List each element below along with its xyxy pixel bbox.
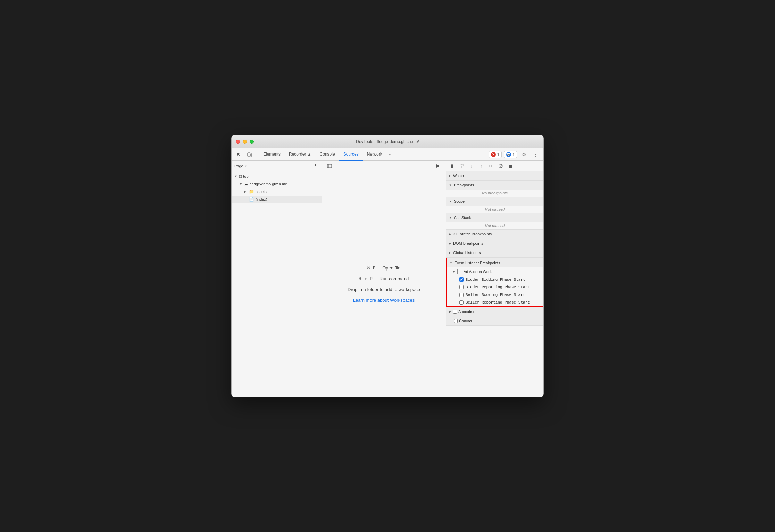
canvas-checkbox[interactable]	[454, 319, 458, 323]
svg-marker-7	[491, 165, 493, 167]
global-listeners-header[interactable]: ▶ Global Listeners	[446, 248, 543, 257]
debug-toolbar: ⏸ ↓ ↑	[446, 161, 543, 171]
pause-on-exception-button[interactable]: ⏹	[506, 161, 515, 171]
global-listeners-label: Global Listeners	[453, 251, 481, 255]
event-listener-label: Event Listener Breakpoints	[455, 261, 500, 265]
more-options-button[interactable]: ⋮	[531, 150, 541, 159]
canvas-header[interactable]: Canvas	[446, 316, 543, 325]
error-badge-button[interactable]: ✕ 1	[489, 151, 502, 158]
ad-auction-expand-icon[interactable]: −	[457, 269, 462, 274]
ad-auction-header[interactable]: ▼ − Ad Auction Worklet	[447, 267, 543, 276]
maximize-button[interactable]	[250, 140, 254, 144]
section-scope: ▼ Scope Not paused	[446, 197, 543, 213]
bidder-bidding-checkbox[interactable]	[459, 277, 464, 282]
tab-navigation: Elements Recorder ▲ Console Sources Netw…	[259, 148, 488, 161]
file-icon: 📄	[249, 197, 254, 202]
section-xhr-breakpoints: ▶ XHR/fetch Breakpoints	[446, 230, 543, 239]
panel-header-actions: ⋮	[312, 163, 319, 169]
dom-arrow: ▶	[449, 242, 451, 245]
devtools-body: Page » ⋮ ▼ □ top ▼ ☁ fledge-demo.glitch.…	[232, 161, 543, 397]
checkbox-bidder-bidding: Bidder Bidding Phase Start	[447, 276, 543, 283]
open-file-label: Open file	[382, 265, 400, 271]
seller-scoring-label: Seller Scoring Phase Start	[466, 293, 525, 297]
scope-label: Scope	[454, 199, 465, 203]
xhr-arrow: ▶	[449, 233, 451, 236]
page-label: Page	[234, 164, 243, 168]
middle-toolbar	[322, 161, 446, 171]
drop-workspace-text: Drop in a folder to add to workspace	[348, 287, 420, 292]
cursor-tool-button[interactable]	[234, 150, 244, 159]
step-over-button[interactable]	[457, 161, 466, 171]
title-bar: DevTools - fledge-demo.glitch.me/	[232, 135, 543, 148]
bidder-reporting-checkbox[interactable]	[459, 285, 464, 289]
bidder-reporting-label: Bidder Reporting Phase Start	[466, 285, 530, 289]
bidder-bidding-label: Bidder Bidding Phase Start	[466, 277, 525, 282]
pause-button[interactable]: ⏸	[448, 161, 457, 171]
more-tabs-button[interactable]: »	[386, 152, 393, 157]
tab-network[interactable]: Network	[363, 148, 386, 161]
watch-header[interactable]: ▶ Watch	[446, 171, 543, 180]
call-stack-header[interactable]: ▼ Call Stack	[446, 213, 543, 222]
tab-elements[interactable]: Elements	[259, 148, 285, 161]
dom-header[interactable]: ▶ DOM Breakpoints	[446, 239, 543, 248]
checkbox-seller-reporting: Seller Reporting Phase Start	[447, 299, 543, 306]
section-breakpoints: ▼ Breakpoints No breakpoints	[446, 181, 543, 197]
call-stack-arrow: ▼	[449, 216, 452, 219]
assets-arrow: ▶	[244, 190, 249, 193]
tab-sources[interactable]: Sources	[339, 148, 363, 161]
svg-marker-4	[436, 164, 440, 168]
settings-button[interactable]: ⚙	[519, 150, 529, 159]
call-stack-label: Call Stack	[454, 216, 471, 220]
breakpoints-header[interactable]: ▼ Breakpoints	[446, 181, 543, 190]
seller-reporting-checkbox[interactable]	[459, 300, 464, 305]
animation-header[interactable]: ▶ Animation	[446, 307, 543, 316]
open-file-shortcut: ⌘ P Open file	[367, 265, 401, 271]
xhr-label: XHR/fetch Breakpoints	[453, 232, 492, 236]
seller-scoring-checkbox[interactable]	[459, 293, 464, 297]
info-badge-count: 1	[512, 152, 515, 157]
seller-reporting-label: Seller Reporting Phase Start	[466, 300, 530, 305]
run-snippet-button[interactable]	[433, 161, 443, 171]
xhr-header[interactable]: ▶ XHR/fetch Breakpoints	[446, 230, 543, 239]
animation-label: Animation	[458, 309, 475, 314]
devtools-window: DevTools - fledge-demo.glitch.me/ Elemen…	[231, 135, 544, 397]
step-out-button[interactable]: ↑	[477, 161, 486, 171]
animation-checkbox[interactable]	[453, 310, 457, 314]
run-command-shortcut: ⌘ ⇧ P Run command	[359, 276, 409, 281]
section-dom-breakpoints: ▶ DOM Breakpoints	[446, 239, 543, 248]
deactivate-breakpoints-button[interactable]	[496, 161, 505, 171]
top-label: top	[243, 174, 248, 178]
panel-menu-button[interactable]: ⋮	[312, 163, 319, 169]
toggle-sidebar-button[interactable]	[325, 161, 334, 171]
scope-header[interactable]: ▼ Scope	[446, 197, 543, 206]
checkbox-bidder-reporting: Bidder Reporting Phase Start	[447, 283, 543, 291]
info-badge-button[interactable]: 💬 1	[504, 151, 517, 158]
close-button[interactable]	[236, 140, 240, 144]
checkbox-seller-scoring: Seller Scoring Phase Start	[447, 291, 543, 299]
toolbar-divider-1	[257, 151, 257, 158]
breakpoints-content: No breakpoints	[446, 190, 543, 197]
scope-arrow: ▼	[449, 200, 452, 203]
tree-item-fledge-demo[interactable]: ▼ ☁ fledge-demo.glitch.me	[232, 180, 322, 188]
page-more-icon[interactable]: »	[245, 164, 247, 168]
tab-recorder[interactable]: Recorder ▲	[285, 148, 316, 161]
scope-content: Not paused	[446, 206, 543, 213]
middle-content: ⌘ P Open file ⌘ ⇧ P Run command Drop in …	[322, 171, 446, 397]
breakpoints-label: Breakpoints	[454, 183, 474, 187]
workspace-link[interactable]: Learn more about Workspaces	[353, 298, 415, 303]
section-event-listener-breakpoints: ▼ Event Listener Breakpoints ▼ − Ad Auct…	[446, 258, 543, 307]
tree-item-index[interactable]: 📄 (index)	[232, 196, 322, 203]
call-stack-content: Not paused	[446, 222, 543, 229]
step-button[interactable]	[486, 161, 495, 171]
ad-auction-label: Ad Auction Worklet	[464, 269, 496, 274]
canvas-label: Canvas	[459, 319, 472, 323]
tab-console[interactable]: Console	[316, 148, 339, 161]
right-panel: ⏸ ↓ ↑	[446, 161, 543, 397]
tree-item-top[interactable]: ▼ □ top	[232, 173, 322, 180]
event-listener-header[interactable]: ▼ Event Listener Breakpoints	[447, 258, 543, 267]
tree-item-assets[interactable]: ▶ 📁 assets	[232, 188, 322, 196]
section-canvas: Canvas	[446, 316, 543, 326]
step-into-button[interactable]: ↓	[467, 161, 476, 171]
device-toggle-button[interactable]	[245, 150, 255, 159]
minimize-button[interactable]	[243, 140, 247, 144]
